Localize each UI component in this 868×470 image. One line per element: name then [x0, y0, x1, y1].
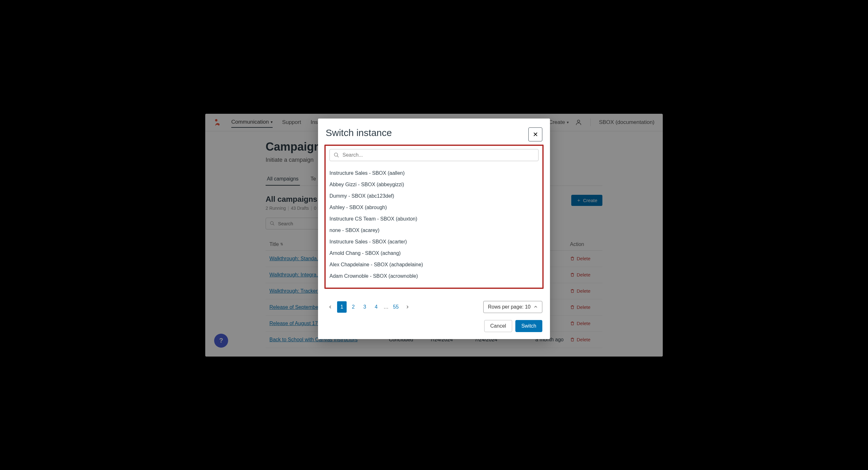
- instance-item[interactable]: none - SBOX (acarey): [330, 225, 538, 236]
- svg-point-4: [334, 153, 338, 156]
- cancel-button[interactable]: Cancel: [484, 320, 512, 332]
- page-ellipsis: …: [383, 304, 389, 310]
- page-number[interactable]: 3: [360, 301, 370, 313]
- switch-button[interactable]: Switch: [515, 320, 542, 332]
- page-number[interactable]: 2: [348, 301, 358, 313]
- highlight-annotation: Instructure Sales - SBOX (aallen)Abbey G…: [324, 145, 544, 289]
- chevron-left-icon: [329, 305, 332, 309]
- page-number[interactable]: 1: [337, 301, 347, 313]
- page-number[interactable]: 55: [391, 301, 401, 313]
- instance-item[interactable]: Adam Crownoble - SBOX (acrownoble): [330, 271, 538, 282]
- instance-search[interactable]: [330, 149, 538, 161]
- instance-item[interactable]: Ashley - SBOX (abrough): [330, 202, 538, 213]
- pagination: 1234…55: [326, 301, 412, 313]
- instance-item[interactable]: Instructure CS Team - SBOX (abuxton): [330, 213, 538, 225]
- page-prev[interactable]: [326, 301, 335, 313]
- page-next[interactable]: [403, 301, 412, 313]
- close-button[interactable]: ✕: [528, 127, 542, 142]
- chevron-up-icon: [534, 305, 537, 309]
- rows-per-page[interactable]: Rows per page: 10: [483, 301, 542, 313]
- instance-item[interactable]: Instructure Sales - SBOX (aallen): [330, 167, 538, 179]
- instance-item[interactable]: Abbey Gizzi - SBOX (abbeygizzi): [330, 179, 538, 190]
- instance-list: Instructure Sales - SBOX (aallen)Abbey G…: [330, 167, 538, 282]
- close-icon: ✕: [533, 131, 538, 138]
- instance-item[interactable]: Alex Chapdelaine - SBOX (achapdelaine): [330, 259, 538, 271]
- chevron-right-icon: [405, 305, 409, 309]
- modal-title: Switch instance: [326, 127, 392, 138]
- instance-search-input[interactable]: [342, 152, 534, 158]
- instance-item[interactable]: Instructure Sales - SBOX (acarter): [330, 236, 538, 248]
- rows-per-page-label: Rows per page: 10: [488, 304, 531, 310]
- search-icon: [334, 152, 339, 158]
- instance-item[interactable]: Dummy - SBOX (abc123def): [330, 190, 538, 202]
- page-number[interactable]: 4: [371, 301, 381, 313]
- svg-line-5: [337, 156, 339, 157]
- switch-instance-modal: Switch instance ✕ Instructure Sales - SB…: [318, 119, 550, 339]
- instance-item[interactable]: Arnold Chang - SBOX (achang): [330, 248, 538, 259]
